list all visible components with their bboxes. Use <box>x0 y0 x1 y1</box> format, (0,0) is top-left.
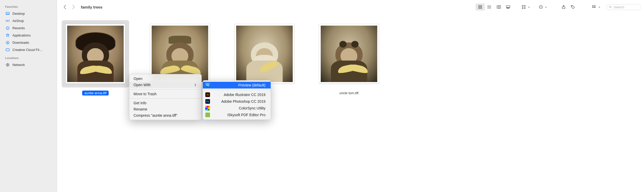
folder-title: family trees <box>81 5 102 9</box>
sidebar-item-label: Network <box>12 63 25 67</box>
column-view-button[interactable] <box>494 3 503 11</box>
svg-point-12 <box>487 8 488 8</box>
sidebar-item-label: Applications <box>12 33 31 37</box>
menu-separator <box>203 90 271 90</box>
chevron-down-icon <box>528 5 530 9</box>
svg-rect-21 <box>524 8 525 9</box>
recents-icon <box>5 26 10 30</box>
toolbar: family trees <box>57 0 644 14</box>
svg-rect-16 <box>508 8 508 8</box>
sidebar-item-label: AirDrop <box>12 19 24 23</box>
iskysoft-app-icon <box>205 113 210 117</box>
nav-back-button[interactable] <box>63 4 67 10</box>
menu-separator <box>129 89 201 90</box>
ctx-open-with[interactable]: Open With <box>129 82 201 88</box>
svg-rect-14 <box>506 6 510 8</box>
ctx-rename[interactable]: Rename <box>129 106 201 112</box>
photoshop-app-icon: Ps <box>205 99 210 104</box>
svg-rect-13 <box>497 6 501 9</box>
sidebar-item-desktop[interactable]: Desktop <box>0 10 57 17</box>
svg-rect-0 <box>6 12 9 14</box>
submenu-colorsync[interactable]: ColorSync Utility <box>203 105 271 112</box>
ctx-get-info[interactable]: Get Info <box>129 100 201 106</box>
chevron-right-icon <box>194 83 196 87</box>
svg-point-25 <box>542 7 542 7</box>
gallery-view-button[interactable] <box>503 3 513 11</box>
sidebar-item-label: Recents <box>12 26 25 30</box>
context-menu: Open Open With Move to Trash Get Info Re… <box>129 74 202 120</box>
file-item[interactable]: uncle tom.tiff <box>315 20 383 186</box>
svg-rect-19 <box>524 5 525 6</box>
file-thumbnail <box>319 24 379 84</box>
tags-button[interactable] <box>568 3 578 11</box>
file-thumbnail <box>66 24 125 84</box>
svg-rect-8 <box>479 8 480 9</box>
svg-rect-17 <box>509 8 509 8</box>
sidebar-item-label: Desktop <box>12 12 25 16</box>
svg-point-23 <box>540 7 540 7</box>
chevron-down-icon <box>545 5 547 9</box>
sidebar-section-favorites: Favorites <box>0 2 57 10</box>
icon-view-button[interactable] <box>475 3 485 11</box>
menu-separator <box>129 98 201 99</box>
ctx-open[interactable]: Open <box>129 76 201 82</box>
airdrop-icon <box>5 18 10 23</box>
creative-cloud-icon <box>5 47 10 52</box>
nav-forward-button[interactable] <box>72 4 75 10</box>
sidebar-item-applications[interactable]: Applications <box>0 32 57 39</box>
submenu-preview[interactable]: Preview (default) <box>203 82 271 88</box>
colorsync-app-icon <box>205 106 210 110</box>
sidebar-item-label: Creative Cloud Fil… <box>12 48 43 52</box>
search-icon <box>609 5 612 9</box>
svg-rect-18 <box>522 5 523 6</box>
sidebar-item-downloads[interactable]: Downloads <box>0 39 57 46</box>
svg-rect-6 <box>479 5 480 7</box>
applications-icon <box>5 33 10 38</box>
share-button[interactable] <box>559 3 568 11</box>
sidebar: Favorites Desktop AirDrop Recents Applic… <box>0 0 57 192</box>
submenu-photoshop[interactable]: Ps Adobe Photoshop CC 2019 <box>203 98 271 105</box>
chevron-down-icon <box>598 5 600 9</box>
svg-rect-7 <box>481 5 482 7</box>
svg-point-28 <box>610 6 611 8</box>
search-input[interactable] <box>614 5 638 9</box>
svg-point-10 <box>487 6 488 6</box>
svg-rect-4 <box>6 49 9 51</box>
illustrator-app-icon: Ai <box>205 92 210 97</box>
sidebar-item-recents[interactable]: Recents <box>0 24 57 32</box>
dropbox-button[interactable] <box>590 3 599 11</box>
file-item[interactable]: auntie anna.tiff <box>62 20 129 186</box>
svg-point-27 <box>572 6 572 6</box>
sidebar-item-label: Downloads <box>12 41 29 45</box>
svg-point-24 <box>541 7 541 7</box>
file-name[interactable]: uncle tom.tiff <box>337 91 360 95</box>
group-by-button[interactable] <box>519 3 528 11</box>
view-mode-group <box>475 3 513 11</box>
action-menu-button[interactable] <box>536 3 545 11</box>
sidebar-item-network[interactable]: Network <box>0 61 57 68</box>
sidebar-item-creative-cloud[interactable]: Creative Cloud Fil… <box>0 46 57 53</box>
file-thumbnail <box>235 24 294 84</box>
svg-point-1 <box>7 20 8 21</box>
submenu-iskysoft[interactable]: iSkysoft PDF Editor Pro <box>203 112 271 118</box>
svg-point-11 <box>487 7 488 7</box>
svg-rect-9 <box>481 8 482 9</box>
sidebar-item-airdrop[interactable]: AirDrop <box>0 17 57 24</box>
svg-rect-15 <box>507 8 507 8</box>
svg-rect-20 <box>522 8 523 9</box>
ctx-compress[interactable]: Compress "auntie anna.tiff" <box>129 112 201 119</box>
preview-app-icon <box>205 83 210 87</box>
submenu-illustrator[interactable]: Ai Adobe Illustrator CC 2019 <box>203 91 271 98</box>
desktop-icon <box>5 11 10 16</box>
ctx-move-to-trash[interactable]: Move to Trash <box>129 91 201 97</box>
open-with-submenu: Preview (default) Ai Adobe Illustrator C… <box>202 80 271 120</box>
file-name[interactable]: auntie anna.tiff <box>82 91 108 95</box>
sidebar-section-locations: Locations <box>0 53 57 61</box>
list-view-button[interactable] <box>485 3 494 11</box>
downloads-icon <box>5 40 10 45</box>
search-field[interactable] <box>607 4 640 10</box>
network-icon <box>5 62 10 67</box>
